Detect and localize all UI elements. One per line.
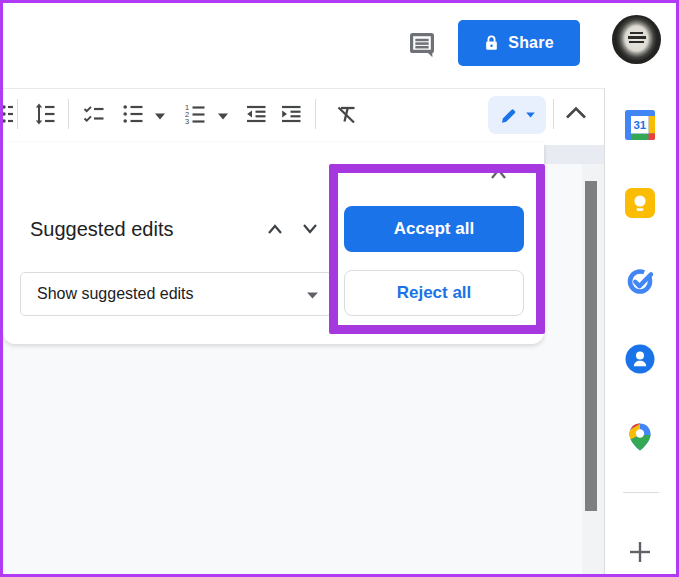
editing-mode-pencil-icon	[499, 105, 519, 125]
app-window: Share 1 2 3	[0, 0, 679, 577]
accept-all-label: Accept all	[394, 219, 474, 239]
dropdown-selected-value: Show suggested edits	[37, 285, 194, 303]
calendar-day-number: 31	[633, 119, 646, 131]
show-suggested-edits-dropdown[interactable]: Show suggested edits	[20, 272, 333, 316]
toolbar-divider	[68, 99, 69, 129]
open-comments-button[interactable]	[404, 26, 440, 62]
header-divider	[3, 88, 604, 89]
collapse-panel-chevron-icon[interactable]	[490, 167, 507, 180]
bulleted-list-caret-icon[interactable]	[155, 113, 165, 120]
bulleted-list-icon[interactable]	[121, 102, 145, 126]
overflow-icon	[0, 102, 14, 126]
reject-all-label: Reject all	[397, 283, 472, 303]
sidebar-divider	[623, 492, 659, 493]
reject-all-button[interactable]: Reject all	[344, 270, 524, 316]
scroll-corner	[543, 145, 604, 164]
companion-sidebar	[604, 88, 677, 574]
calendar-icon[interactable]: 31	[625, 110, 655, 140]
vertical-scrollbar-thumb[interactable]	[585, 181, 597, 511]
share-button[interactable]: Share	[458, 20, 580, 66]
numbered-list-caret-icon[interactable]	[218, 113, 228, 120]
checklist-icon[interactable]	[82, 102, 106, 126]
toolbar-divider	[315, 99, 316, 129]
hide-menus-chevron-icon[interactable]	[564, 104, 588, 122]
next-suggestion-chevron-icon[interactable]	[302, 223, 318, 235]
comment-icon	[406, 28, 438, 60]
keep-icon[interactable]	[625, 188, 655, 218]
decrease-indent-icon[interactable]	[244, 102, 268, 126]
increase-indent-icon[interactable]	[279, 102, 303, 126]
editing-mode-button[interactable]	[488, 96, 546, 134]
toolbar-divider	[553, 99, 554, 129]
tasks-icon[interactable]	[625, 266, 655, 296]
previous-suggestion-chevron-icon[interactable]	[267, 223, 283, 235]
toolbar-divider	[17, 99, 18, 129]
line-spacing-icon[interactable]	[33, 102, 57, 126]
share-button-label: Share	[508, 34, 553, 52]
editing-mode-caret-icon	[526, 112, 535, 118]
dropdown-caret-icon	[307, 292, 318, 299]
svg-text:3: 3	[185, 117, 189, 126]
clear-formatting-icon[interactable]	[334, 102, 358, 126]
maps-icon[interactable]	[625, 422, 655, 452]
accept-all-button[interactable]: Accept all	[344, 206, 524, 252]
suggested-edits-title: Suggested edits	[30, 218, 173, 241]
lock-icon	[484, 34, 499, 52]
numbered-list-icon[interactable]: 1 2 3	[183, 102, 207, 126]
contacts-icon[interactable]	[625, 344, 655, 374]
add-addon-plus-icon[interactable]	[628, 540, 652, 564]
user-avatar[interactable]	[612, 15, 661, 64]
